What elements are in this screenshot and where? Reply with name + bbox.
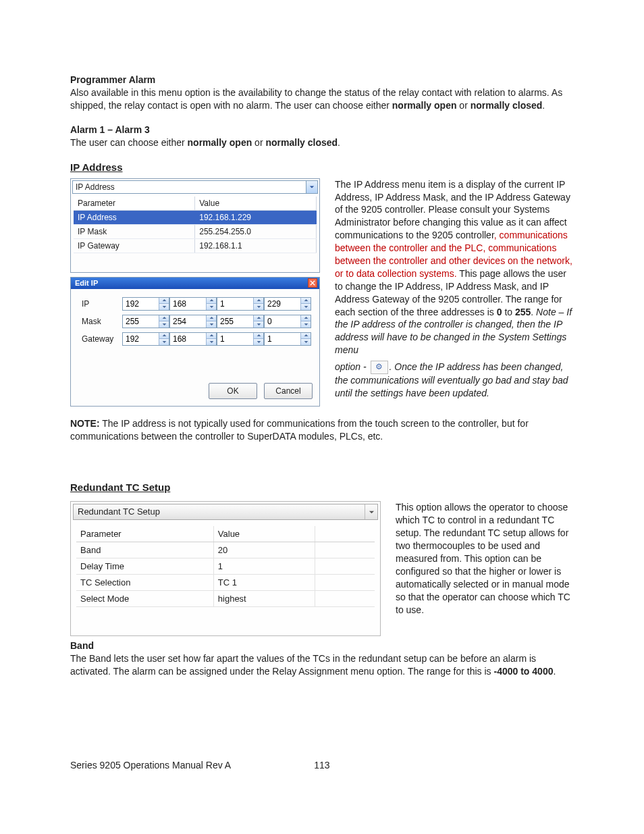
text-bold: normally closed xyxy=(265,137,338,148)
edit-ip-row-mask: Mask 255 254 255 0 xyxy=(82,315,313,328)
mask-octet-1[interactable]: 255 xyxy=(122,315,169,328)
edit-ip-panel: Edit IP IP 192 168 1 229 xyxy=(70,277,320,407)
prog-alarm-title: Programmer Alarm xyxy=(70,74,576,85)
mask-octet-3[interactable]: 255 xyxy=(217,315,264,328)
spin-down-icon[interactable] xyxy=(159,304,169,310)
cell-value: highest xyxy=(213,591,315,607)
spin-down-icon[interactable] xyxy=(207,304,216,310)
col-value: Value xyxy=(195,197,317,211)
spin-up-icon[interactable] xyxy=(254,333,263,340)
band-body: The Band lets the user set how far apart… xyxy=(70,652,576,678)
spin-up-icon[interactable] xyxy=(159,315,169,322)
col-value: Value xyxy=(213,526,315,542)
spinner-value: 192 xyxy=(123,333,159,345)
ip-list-panel: IP Address Parameter Value xyxy=(70,178,320,273)
spin-up-icon[interactable] xyxy=(301,333,311,340)
alarm-range-body: The user can choose either normally open… xyxy=(70,136,576,149)
text-bold: 255 xyxy=(515,307,531,317)
spin-down-icon[interactable] xyxy=(301,339,311,345)
spin-down-icon[interactable] xyxy=(207,321,216,328)
tc-table: Parameter Value Band20 Delay Time1 TC Se… xyxy=(76,526,375,607)
ip-note: NOTE: The IP address is not typically us… xyxy=(70,417,576,443)
cell-value: TC 1 xyxy=(213,575,315,591)
cell-param: IP Gateway xyxy=(74,238,195,253)
spin-up-icon[interactable] xyxy=(301,315,311,322)
spin-down-icon[interactable] xyxy=(254,321,263,328)
spin-down-icon[interactable] xyxy=(159,339,169,345)
mask-octet-4[interactable]: 0 xyxy=(264,315,311,328)
spinner-value: 229 xyxy=(265,298,300,310)
label: Gateway xyxy=(82,334,122,344)
col-parameter: Parameter xyxy=(76,526,213,542)
spin-down-icon[interactable] xyxy=(254,304,263,310)
ip-octet-4[interactable]: 229 xyxy=(264,297,311,311)
table-row[interactable]: Delay Time1 xyxy=(76,558,375,575)
text: to xyxy=(502,307,515,317)
text: . xyxy=(531,307,536,317)
ip-octet-3[interactable]: 1 xyxy=(217,297,264,311)
ip-description: The IP Address menu item is a display of… xyxy=(335,178,576,357)
chevron-down-icon[interactable] xyxy=(306,181,317,193)
gw-octet-3[interactable]: 1 xyxy=(217,332,264,346)
gear-icon xyxy=(371,361,388,374)
tc-heading: Redundant TC Setup xyxy=(70,481,576,493)
spinner-value: 1 xyxy=(265,333,300,345)
gw-octet-4[interactable]: 1 xyxy=(264,332,311,346)
cell-value: 192.168.1.1 xyxy=(195,238,317,253)
spin-up-icon[interactable] xyxy=(254,298,263,305)
tc-panel: Redundant TC Setup Parameter Value xyxy=(70,501,381,636)
table-row[interactable]: TC SelectionTC 1 xyxy=(76,575,375,591)
spin-up-icon[interactable] xyxy=(159,333,169,340)
ip-octet-2[interactable]: 168 xyxy=(169,297,217,311)
label: Mask xyxy=(82,317,122,326)
ip-table: Parameter Value IP Address 192.168.1.229… xyxy=(74,197,317,253)
spin-up-icon[interactable] xyxy=(254,315,263,322)
spin-up-icon[interactable] xyxy=(207,298,216,305)
tc-dropdown-label: Redundant TC Setup xyxy=(74,504,365,519)
table-row[interactable]: IP Mask 255.254.255.0 xyxy=(74,224,317,238)
spin-up-icon[interactable] xyxy=(207,333,216,340)
chevron-down-icon[interactable] xyxy=(365,504,377,519)
tc-description: This option allows the operator to choos… xyxy=(396,501,576,616)
mask-octet-2[interactable]: 254 xyxy=(169,315,217,328)
text: The Band lets the user set how far apart… xyxy=(70,653,536,677)
table-row[interactable]: IP Gateway 192.168.1.1 xyxy=(74,238,317,253)
spinner-value: 192 xyxy=(123,298,159,310)
cancel-button[interactable]: Cancel xyxy=(264,383,313,399)
text-bold: normally closed xyxy=(471,100,543,111)
text: The IP address is not typically used for… xyxy=(70,418,529,442)
table-row[interactable]: Band20 xyxy=(76,542,375,558)
ip-dropdown[interactable]: IP Address xyxy=(72,180,318,194)
gw-octet-2[interactable]: 168 xyxy=(169,332,217,346)
band-title: Band xyxy=(70,640,576,651)
text: . xyxy=(542,100,545,111)
doc-title: Series 9205 Operations Manual Rev A xyxy=(70,760,230,771)
text-bold: NOTE: xyxy=(70,418,100,429)
spin-down-icon[interactable] xyxy=(301,304,311,310)
spin-up-icon[interactable] xyxy=(207,315,216,322)
spinner-value: 255 xyxy=(123,315,159,328)
cell-param: TC Selection xyxy=(76,575,213,591)
ok-button[interactable]: OK xyxy=(209,383,257,399)
spin-up-icon[interactable] xyxy=(159,298,169,305)
table-row[interactable]: IP Address 192.168.1.229 xyxy=(74,210,317,224)
gw-octet-1[interactable]: 192 xyxy=(122,332,169,346)
edit-ip-titlebar: Edit IP xyxy=(71,278,319,289)
spin-down-icon[interactable] xyxy=(207,339,216,345)
text: . xyxy=(553,666,556,677)
ip-octet-1[interactable]: 192 xyxy=(122,297,169,311)
spin-up-icon[interactable] xyxy=(301,298,311,305)
close-icon[interactable] xyxy=(308,278,317,288)
text-bold: 0 xyxy=(497,307,502,317)
cell-param: IP Address xyxy=(74,210,195,224)
tc-dropdown[interactable]: Redundant TC Setup xyxy=(73,504,378,520)
edit-ip-row-ip: IP 192 168 1 229 xyxy=(82,297,313,311)
edit-ip-title: Edit IP xyxy=(75,279,308,287)
alarm-range-title: Alarm 1 – Alarm 3 xyxy=(70,124,576,135)
cell-param: Delay Time xyxy=(76,558,213,575)
spin-down-icon[interactable] xyxy=(254,339,263,345)
spinner-value: 254 xyxy=(170,315,206,328)
table-row[interactable]: Select Modehighest xyxy=(76,591,375,607)
spin-down-icon[interactable] xyxy=(301,321,311,328)
spin-down-icon[interactable] xyxy=(159,321,169,328)
